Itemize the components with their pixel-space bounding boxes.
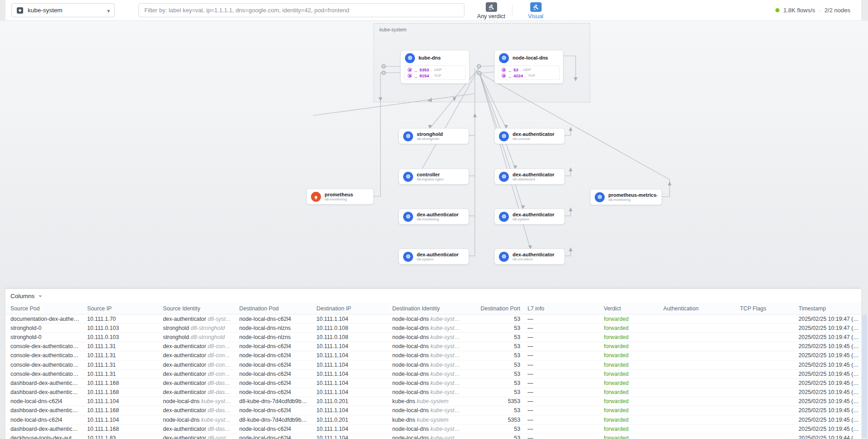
- cell-destination-identity: kube-dns kube-system: [392, 398, 473, 404]
- prometheus-icon: [311, 192, 321, 202]
- table-row[interactable]: stronghold-0 10.111.0.103 stronghold d8-…: [5, 324, 861, 333]
- node-subtitle: d8-monitoring: [325, 197, 353, 201]
- cell-destination-ip: 10.111.0.108: [316, 334, 392, 340]
- port-protocol: TCP: [434, 74, 441, 78]
- cell-source-identity: dex-authenticator d8-das…: [163, 389, 239, 395]
- table-row[interactable]: dashboard-dex-authentic… 10.111.1.168 de…: [5, 388, 861, 397]
- graph-node-kube-dns[interactable]: ☸ kube-dns 5353UDP 9154TCP: [400, 50, 469, 84]
- cell-source-ip: 10.111.1.83: [87, 435, 163, 439]
- header-source-pod: Source Pod: [10, 305, 87, 312]
- cell-l7-info: —: [528, 380, 604, 386]
- flow-filter-input[interactable]: [138, 3, 464, 17]
- port-entry[interactable]: 9154TCP: [408, 73, 462, 78]
- cell-source-identity: dex-authenticator d8-syst…: [163, 435, 239, 439]
- cell-destination-port: 53: [473, 407, 520, 414]
- cell-l7-info: —: [528, 343, 604, 349]
- cell-destination-identity: node-local-dns kube-syst…: [392, 334, 473, 340]
- graph-node-dex-authenticator-system-left[interactable]: ☸ dex-authenticatord8-system: [399, 249, 469, 264]
- cell-destination-ip: 10.111.1.104: [316, 426, 392, 432]
- arrow-right-icon: [508, 72, 512, 80]
- table-row[interactable]: stronghold-0 10.111.0.103 stronghold d8-…: [5, 333, 861, 342]
- port-icon: [408, 74, 412, 78]
- cell-l7-info: —: [528, 417, 604, 423]
- graph-node-dex-authenticator-cni-cilium[interactable]: ☸ dex-authenticatord8-cni-cilium: [494, 249, 565, 264]
- cell-source-identity: dex-authenticator d8-das…: [163, 380, 239, 386]
- cell-destination-port: 53: [473, 334, 520, 340]
- table-row[interactable]: node-local-dns-c62l4 10.111.1.104 node-l…: [5, 397, 861, 406]
- visual-mode-button[interactable]: Visual: [517, 2, 555, 20]
- table-row[interactable]: console-dex-authenticato… 10.111.1.31 de…: [5, 342, 861, 351]
- graph-node-dex-authenticator-monitoring[interactable]: ☸ dex-authenticatord8-monitoring: [399, 209, 469, 224]
- cell-source-ip: 10.111.1.70: [87, 316, 163, 322]
- graph-node-node-local-dns[interactable]: ☸ node-local-dns 53UDP 4224TCP: [494, 50, 563, 84]
- table-row[interactable]: console-dex-authenticato… 10.111.1.31 de…: [5, 369, 861, 379]
- cell-timestamp: 2025/02/25 10:19:47 (…: [799, 334, 861, 340]
- cell-source-pod: dashboard-dex-authentic…: [10, 389, 87, 395]
- cell-destination-pod: node-local-dns-c62l4: [239, 362, 316, 368]
- graph-node-dex-authenticator-system-right[interactable]: ☸ dex-authenticatord8-system: [494, 209, 565, 224]
- port-entry[interactable]: 4224TCP: [502, 73, 556, 78]
- table-scrollbar[interactable]: [862, 314, 867, 438]
- cell-timestamp: 2025/02/25 10:19:45 (…: [799, 398, 861, 404]
- table-row[interactable]: dashboard-dex-authentic… 10.111.1.168 de…: [5, 424, 861, 434]
- node-title: stronghold: [417, 131, 443, 137]
- cell-destination-pod: node-local-dns-c62l4: [239, 426, 316, 432]
- cell-destination-port: 53: [473, 371, 520, 377]
- status-dot-icon: [775, 8, 779, 12]
- graph-node-stronghold[interactable]: ☸ strongholdd8-stronghold: [399, 128, 469, 144]
- graph-node-dex-authenticator-console[interactable]: ☸ dex-authenticatord8-console: [494, 128, 565, 144]
- cell-source-pod: stronghold-0: [10, 334, 87, 340]
- kubernetes-icon: ☸: [403, 212, 413, 222]
- columns-button[interactable]: Columns: [10, 293, 43, 299]
- cell-source-ip: 10.111.1.31: [87, 371, 163, 377]
- kubernetes-icon: ☸: [403, 252, 413, 262]
- kubernetes-icon: ☸: [499, 212, 509, 222]
- cell-destination-pod: node-local-dns-nlzns: [239, 325, 316, 331]
- node-subtitle: d8-console: [513, 137, 554, 141]
- cell-destination-port: 53: [473, 325, 520, 331]
- table-row[interactable]: deckhouse-tools-dex-aut… 10.111.1.83 dex…: [5, 434, 861, 439]
- node-title: dex-authenticator: [513, 172, 554, 178]
- cell-source-pod: dashboard-dex-authentic…: [10, 407, 87, 414]
- cell-destination-ip: 10.111.1.104: [316, 343, 392, 349]
- cell-source-ip: 10.111.1.104: [87, 398, 163, 404]
- graph-node-dex-authenticator-dashboard[interactable]: ☸ dex-authenticatord8-dashboard: [494, 169, 565, 185]
- cell-source-pod: deckhouse-tools-dex-aut…: [10, 435, 87, 439]
- node-subtitle: d8-system: [513, 217, 554, 221]
- graph-node-prometheus-metrics-adapter[interactable]: ☸ prometheus-metrics-adapterd8-monitorin…: [590, 189, 662, 205]
- cell-source-ip: 10.111.1.31: [87, 343, 163, 349]
- cell-destination-ip: 10.111.1.104: [316, 362, 392, 368]
- table-row[interactable]: dashboard-dex-authentic… 10.111.1.168 de…: [5, 406, 861, 415]
- graph-node-prometheus[interactable]: prometheusd8-monitoring: [306, 189, 374, 205]
- visual-mode-label: Visual: [528, 13, 543, 20]
- table-row[interactable]: console-dex-authenticato… 10.111.1.31 de…: [5, 360, 861, 369]
- node-title: dex-authenticator: [417, 212, 459, 218]
- namespace-selector[interactable]: kube-system: [11, 3, 115, 17]
- verdict-filter-button[interactable]: Any verdict: [472, 2, 510, 20]
- table-row[interactable]: documentation-dex-authe… 10.111.1.70 dex…: [5, 314, 861, 324]
- node-title: dex-authenticator: [417, 252, 459, 258]
- kubernetes-icon: ☸: [499, 131, 509, 141]
- cell-source-ip: 10.111.1.31: [87, 362, 163, 368]
- cell-destination-ip: 10.111.1.104: [316, 352, 392, 359]
- cell-l7-info: —: [528, 407, 604, 414]
- cell-destination-port: 53: [473, 316, 520, 322]
- cell-source-identity: dex-authenticator d8-con…: [163, 343, 239, 349]
- visual-mode-icon: [530, 2, 542, 12]
- header-tcp-flags: TCP Flags: [740, 305, 799, 312]
- table-row[interactable]: dashboard-dex-authentic… 10.111.1.168 de…: [5, 379, 861, 388]
- table-row[interactable]: console-dex-authenticato… 10.111.1.31 de…: [5, 351, 861, 360]
- cell-source-ip: 10.111.0.103: [87, 334, 163, 340]
- cell-verdict: forwarded: [604, 389, 663, 395]
- cell-destination-pod: node-local-dns-c62l4: [239, 407, 316, 414]
- cell-source-identity: dex-authenticator d8-con…: [163, 352, 239, 359]
- header-destination-ip: Destination IP: [316, 305, 392, 312]
- cell-timestamp: 2025/02/25 10:19:45 (…: [799, 426, 861, 432]
- cell-destination-pod: node-local-dns-c62l4: [239, 380, 316, 386]
- graph-node-controller[interactable]: ☸ controllerd8-ingress-nginx: [399, 169, 469, 185]
- table-row[interactable]: node-local-dns-c62l4 10.111.1.104 node-l…: [5, 415, 861, 424]
- cell-source-ip: 10.111.1.168: [87, 380, 163, 386]
- cell-source-pod: documentation-dex-authe…: [10, 316, 87, 322]
- kubernetes-icon: ☸: [403, 131, 413, 141]
- cell-destination-port: 53: [473, 343, 520, 349]
